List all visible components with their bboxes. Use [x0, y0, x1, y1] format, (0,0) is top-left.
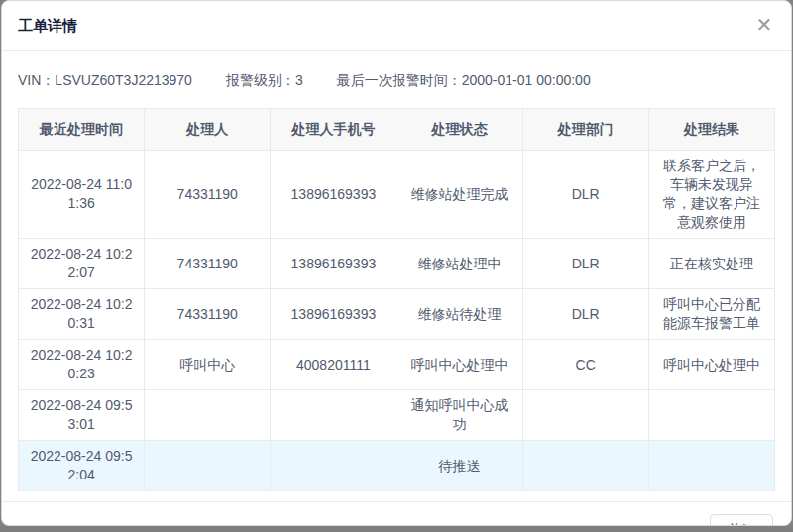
table-cell-status: 通知呼叫中心成功: [396, 390, 522, 441]
horizontal-scrollbar[interactable]: [0, 526, 793, 532]
col-header-phone: 处理人手机号: [271, 109, 396, 151]
table-cell-status: 维修站处理完成: [396, 151, 522, 239]
close-button[interactable]: 关闭: [710, 514, 773, 526]
table-cell-department: [522, 441, 648, 491]
table-cell-department: CC: [522, 340, 648, 390]
last-alarm-time-info: 最后一次报警时间：2000-01-01 00:00:00: [337, 72, 591, 90]
table-row[interactable]: 2022-08-24 11:01:367433119013896169393维修…: [19, 151, 775, 239]
col-header-status: 处理状态: [396, 109, 522, 151]
modal-header: 工单详情 ✕: [2, 1, 791, 51]
table-cell-time: 2022-08-24 10:20:23: [19, 340, 145, 390]
table-body: 2022-08-24 11:01:367433119013896169393维修…: [19, 151, 775, 491]
table-cell-time: 2022-08-24 09:53:01: [19, 390, 145, 441]
table-cell-status: 呼叫中心处理中: [396, 340, 522, 390]
table-cell-result: 联系客户之后，车辆未发现异常，建议客户注意观察使用: [648, 151, 774, 239]
table-cell-handler: 74331190: [145, 289, 271, 340]
vin-value: LSVUZ60T3J2213970: [55, 72, 192, 88]
col-header-result: 处理结果: [648, 109, 774, 151]
table-cell-handler: 74331190: [145, 151, 271, 239]
table-cell-result: [648, 390, 774, 441]
table-cell-time: 2022-08-24 09:52:04: [19, 441, 145, 491]
modal-footer: 关闭: [2, 501, 791, 526]
table-row[interactable]: 2022-08-24 09:52:04待推送: [19, 441, 775, 491]
vin-info: VIN：LSVUZ60T3J2213970: [18, 72, 192, 90]
table-cell-time: 2022-08-24 11:01:36: [19, 151, 145, 239]
alarm-level-label: 报警级别：: [226, 72, 295, 88]
alarm-level-info: 报警级别：3: [226, 72, 303, 90]
vin-label: VIN：: [18, 72, 55, 88]
table-header-row: 最近处理时间 处理人 处理人手机号 处理状态 处理部门 处理结果: [19, 109, 775, 151]
table-cell-result: [648, 441, 774, 491]
col-header-handler: 处理人: [145, 109, 271, 151]
last-alarm-time-label: 最后一次报警时间：: [337, 72, 462, 88]
table-cell-time: 2022-08-24 10:22:07: [19, 239, 145, 289]
table-cell-phone: [271, 441, 396, 491]
work-order-detail-modal: 工单详情 ✕ VIN：LSVUZ60T3J2213970 报警级别：3 最后一次…: [1, 0, 792, 526]
table-header: 最近处理时间 处理人 处理人手机号 处理状态 处理部门 处理结果: [19, 109, 775, 151]
table-cell-phone: 13896169393: [271, 289, 396, 340]
table-cell-handler: [145, 441, 271, 491]
table-row[interactable]: 2022-08-24 09:53:01通知呼叫中心成功: [19, 390, 775, 441]
table-cell-phone: 13896169393: [271, 151, 396, 239]
table-cell-handler: 74331190: [145, 239, 271, 289]
table-cell-status: 待推送: [396, 441, 522, 491]
table-cell-phone: 4008201111: [271, 340, 396, 390]
close-icon[interactable]: ✕: [753, 15, 775, 37]
table-cell-department: DLR: [522, 289, 648, 340]
table-cell-status: 维修站待处理: [396, 289, 522, 340]
table-cell-result: 呼叫中心处理中: [648, 340, 774, 390]
alarm-level-value: 3: [295, 72, 303, 88]
modal-title: 工单详情: [18, 17, 77, 34]
table-cell-result: 正在核实处理: [648, 239, 774, 289]
table-row[interactable]: 2022-08-24 10:20:317433119013896169393维修…: [19, 289, 775, 340]
table-cell-result: 呼叫中心已分配能源车报警工单: [648, 289, 774, 340]
alarm-info-line: VIN：LSVUZ60T3J2213970 报警级别：3 最后一次报警时间：20…: [18, 64, 775, 108]
modal-body: VIN：LSVUZ60T3J2213970 报警级别：3 最后一次报警时间：20…: [2, 51, 791, 501]
table-row[interactable]: 2022-08-24 10:22:077433119013896169393维修…: [19, 239, 775, 289]
table-row[interactable]: 2022-08-24 10:20:23呼叫中心4008201111呼叫中心处理中…: [19, 340, 775, 390]
table-cell-phone: [271, 390, 396, 441]
table-cell-department: DLR: [522, 151, 648, 239]
col-header-department: 处理部门: [522, 109, 648, 151]
table-cell-department: DLR: [522, 239, 648, 289]
process-record-table: 最近处理时间 处理人 处理人手机号 处理状态 处理部门 处理结果 2022-08…: [18, 108, 775, 491]
table-cell-handler: 呼叫中心: [145, 340, 271, 390]
table-cell-status: 维修站处理中: [396, 239, 522, 289]
table-cell-phone: 13896169393: [271, 239, 396, 289]
table-cell-time: 2022-08-24 10:20:31: [19, 289, 145, 340]
table-cell-department: [522, 390, 648, 441]
table-cell-handler: [145, 390, 271, 441]
col-header-time: 最近处理时间: [19, 109, 145, 151]
last-alarm-time-value: 2000-01-01 00:00:00: [462, 72, 591, 88]
